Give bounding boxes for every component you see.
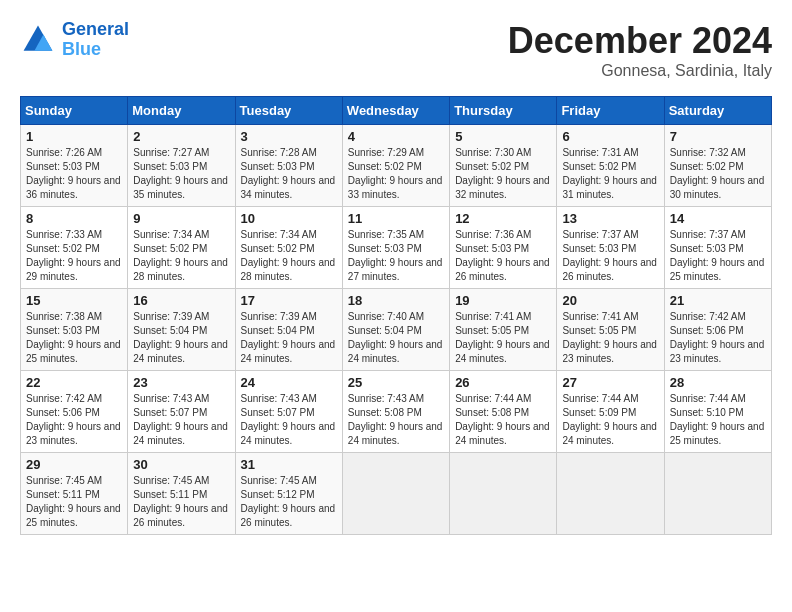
calendar-cell [342, 453, 449, 535]
calendar-cell [450, 453, 557, 535]
day-info: Sunrise: 7:37 AMSunset: 5:03 PMDaylight:… [670, 228, 766, 284]
day-number: 25 [348, 375, 444, 390]
calendar-cell: 21Sunrise: 7:42 AMSunset: 5:06 PMDayligh… [664, 289, 771, 371]
day-number: 30 [133, 457, 229, 472]
weekday-header-saturday: Saturday [664, 97, 771, 125]
day-number: 5 [455, 129, 551, 144]
weekday-header-sunday: Sunday [21, 97, 128, 125]
calendar-cell: 6Sunrise: 7:31 AMSunset: 5:02 PMDaylight… [557, 125, 664, 207]
day-number: 7 [670, 129, 766, 144]
day-number: 12 [455, 211, 551, 226]
day-info: Sunrise: 7:26 AMSunset: 5:03 PMDaylight:… [26, 146, 122, 202]
day-info: Sunrise: 7:45 AMSunset: 5:12 PMDaylight:… [241, 474, 337, 530]
calendar-cell [664, 453, 771, 535]
day-number: 10 [241, 211, 337, 226]
day-info: Sunrise: 7:44 AMSunset: 5:08 PMDaylight:… [455, 392, 551, 448]
day-number: 26 [455, 375, 551, 390]
day-info: Sunrise: 7:30 AMSunset: 5:02 PMDaylight:… [455, 146, 551, 202]
day-info: Sunrise: 7:36 AMSunset: 5:03 PMDaylight:… [455, 228, 551, 284]
day-info: Sunrise: 7:28 AMSunset: 5:03 PMDaylight:… [241, 146, 337, 202]
calendar-cell: 27Sunrise: 7:44 AMSunset: 5:09 PMDayligh… [557, 371, 664, 453]
day-info: Sunrise: 7:35 AMSunset: 5:03 PMDaylight:… [348, 228, 444, 284]
calendar-cell: 8Sunrise: 7:33 AMSunset: 5:02 PMDaylight… [21, 207, 128, 289]
calendar-cell: 25Sunrise: 7:43 AMSunset: 5:08 PMDayligh… [342, 371, 449, 453]
day-number: 14 [670, 211, 766, 226]
day-info: Sunrise: 7:43 AMSunset: 5:07 PMDaylight:… [241, 392, 337, 448]
day-number: 16 [133, 293, 229, 308]
day-info: Sunrise: 7:39 AMSunset: 5:04 PMDaylight:… [241, 310, 337, 366]
day-number: 23 [133, 375, 229, 390]
calendar-cell: 15Sunrise: 7:38 AMSunset: 5:03 PMDayligh… [21, 289, 128, 371]
calendar-cell: 19Sunrise: 7:41 AMSunset: 5:05 PMDayligh… [450, 289, 557, 371]
day-info: Sunrise: 7:34 AMSunset: 5:02 PMDaylight:… [133, 228, 229, 284]
day-number: 28 [670, 375, 766, 390]
calendar-cell: 24Sunrise: 7:43 AMSunset: 5:07 PMDayligh… [235, 371, 342, 453]
calendar-cell: 28Sunrise: 7:44 AMSunset: 5:10 PMDayligh… [664, 371, 771, 453]
calendar-cell: 7Sunrise: 7:32 AMSunset: 5:02 PMDaylight… [664, 125, 771, 207]
day-info: Sunrise: 7:29 AMSunset: 5:02 PMDaylight:… [348, 146, 444, 202]
day-number: 24 [241, 375, 337, 390]
day-info: Sunrise: 7:40 AMSunset: 5:04 PMDaylight:… [348, 310, 444, 366]
day-number: 4 [348, 129, 444, 144]
calendar-cell: 14Sunrise: 7:37 AMSunset: 5:03 PMDayligh… [664, 207, 771, 289]
day-info: Sunrise: 7:39 AMSunset: 5:04 PMDaylight:… [133, 310, 229, 366]
day-info: Sunrise: 7:41 AMSunset: 5:05 PMDaylight:… [455, 310, 551, 366]
calendar-cell: 2Sunrise: 7:27 AMSunset: 5:03 PMDaylight… [128, 125, 235, 207]
day-info: Sunrise: 7:42 AMSunset: 5:06 PMDaylight:… [26, 392, 122, 448]
day-info: Sunrise: 7:32 AMSunset: 5:02 PMDaylight:… [670, 146, 766, 202]
calendar-cell: 26Sunrise: 7:44 AMSunset: 5:08 PMDayligh… [450, 371, 557, 453]
day-info: Sunrise: 7:38 AMSunset: 5:03 PMDaylight:… [26, 310, 122, 366]
calendar-cell: 9Sunrise: 7:34 AMSunset: 5:02 PMDaylight… [128, 207, 235, 289]
day-info: Sunrise: 7:43 AMSunset: 5:08 PMDaylight:… [348, 392, 444, 448]
calendar-cell: 16Sunrise: 7:39 AMSunset: 5:04 PMDayligh… [128, 289, 235, 371]
day-info: Sunrise: 7:45 AMSunset: 5:11 PMDaylight:… [133, 474, 229, 530]
calendar-cell: 5Sunrise: 7:30 AMSunset: 5:02 PMDaylight… [450, 125, 557, 207]
calendar-cell: 10Sunrise: 7:34 AMSunset: 5:02 PMDayligh… [235, 207, 342, 289]
calendar-week-4: 22Sunrise: 7:42 AMSunset: 5:06 PMDayligh… [21, 371, 772, 453]
day-number: 9 [133, 211, 229, 226]
weekday-header-thursday: Thursday [450, 97, 557, 125]
weekday-header-wednesday: Wednesday [342, 97, 449, 125]
day-info: Sunrise: 7:42 AMSunset: 5:06 PMDaylight:… [670, 310, 766, 366]
day-info: Sunrise: 7:33 AMSunset: 5:02 PMDaylight:… [26, 228, 122, 284]
day-number: 8 [26, 211, 122, 226]
day-info: Sunrise: 7:37 AMSunset: 5:03 PMDaylight:… [562, 228, 658, 284]
day-info: Sunrise: 7:45 AMSunset: 5:11 PMDaylight:… [26, 474, 122, 530]
calendar-cell: 20Sunrise: 7:41 AMSunset: 5:05 PMDayligh… [557, 289, 664, 371]
calendar-cell: 1Sunrise: 7:26 AMSunset: 5:03 PMDaylight… [21, 125, 128, 207]
day-number: 29 [26, 457, 122, 472]
calendar-cell: 3Sunrise: 7:28 AMSunset: 5:03 PMDaylight… [235, 125, 342, 207]
day-info: Sunrise: 7:31 AMSunset: 5:02 PMDaylight:… [562, 146, 658, 202]
title-block: December 2024 Gonnesa, Sardinia, Italy [508, 20, 772, 80]
calendar-cell [557, 453, 664, 535]
calendar-cell: 17Sunrise: 7:39 AMSunset: 5:04 PMDayligh… [235, 289, 342, 371]
location-subtitle: Gonnesa, Sardinia, Italy [508, 62, 772, 80]
day-number: 20 [562, 293, 658, 308]
day-number: 31 [241, 457, 337, 472]
calendar-week-3: 15Sunrise: 7:38 AMSunset: 5:03 PMDayligh… [21, 289, 772, 371]
day-number: 1 [26, 129, 122, 144]
day-number: 17 [241, 293, 337, 308]
calendar-cell: 30Sunrise: 7:45 AMSunset: 5:11 PMDayligh… [128, 453, 235, 535]
day-number: 11 [348, 211, 444, 226]
page-header: General Blue December 2024 Gonnesa, Sard… [20, 20, 772, 80]
day-info: Sunrise: 7:43 AMSunset: 5:07 PMDaylight:… [133, 392, 229, 448]
calendar-cell: 13Sunrise: 7:37 AMSunset: 5:03 PMDayligh… [557, 207, 664, 289]
month-title: December 2024 [508, 20, 772, 62]
day-info: Sunrise: 7:44 AMSunset: 5:09 PMDaylight:… [562, 392, 658, 448]
day-info: Sunrise: 7:27 AMSunset: 5:03 PMDaylight:… [133, 146, 229, 202]
day-number: 6 [562, 129, 658, 144]
calendar-cell: 22Sunrise: 7:42 AMSunset: 5:06 PMDayligh… [21, 371, 128, 453]
calendar-cell: 29Sunrise: 7:45 AMSunset: 5:11 PMDayligh… [21, 453, 128, 535]
day-number: 15 [26, 293, 122, 308]
day-number: 18 [348, 293, 444, 308]
logo-text: General Blue [62, 20, 129, 60]
logo: General Blue [20, 20, 129, 60]
calendar-cell: 31Sunrise: 7:45 AMSunset: 5:12 PMDayligh… [235, 453, 342, 535]
calendar-cell: 18Sunrise: 7:40 AMSunset: 5:04 PMDayligh… [342, 289, 449, 371]
day-number: 13 [562, 211, 658, 226]
calendar-cell: 12Sunrise: 7:36 AMSunset: 5:03 PMDayligh… [450, 207, 557, 289]
day-info: Sunrise: 7:34 AMSunset: 5:02 PMDaylight:… [241, 228, 337, 284]
weekday-header-tuesday: Tuesday [235, 97, 342, 125]
weekday-header-monday: Monday [128, 97, 235, 125]
